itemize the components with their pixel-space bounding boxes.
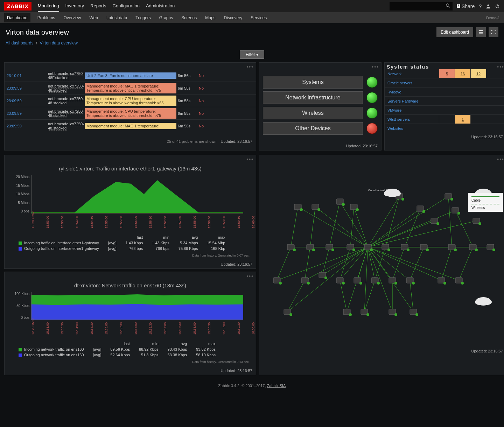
map-node[interactable]: [452, 208, 460, 215]
share-button[interactable]: Z Share: [457, 4, 475, 9]
filter-toggle[interactable]: Filter ▾: [240, 50, 264, 59]
problem-description[interactable]: Management module: MAC 1 temperature:: [85, 123, 176, 129]
problem-host[interactable]: net.brocade.icx7750-48F.stacked: [47, 71, 83, 80]
widget-menu-icon[interactable]: •••: [372, 64, 379, 68]
topnav-monitoring[interactable]: Monitoring: [38, 0, 59, 12]
menu-icon[interactable]: ☰: [476, 27, 486, 37]
topnav-configuration[interactable]: Configuration: [113, 0, 140, 12]
map-node[interactable]: [438, 278, 446, 285]
problem-row[interactable]: 23:09:59 net.brocade.icx7250-48.stacked …: [5, 94, 256, 107]
map-node[interactable]: [312, 204, 320, 211]
map-node[interactable]: [319, 272, 327, 279]
problem-description[interactable]: Unit 2 Fan 3: Fan is not in normal state: [85, 72, 176, 79]
problem-row[interactable]: 23:09:59 net.brocade.icx7250-48.stacked …: [5, 82, 256, 94]
sys-group-link[interactable]: Oracle servers: [387, 81, 413, 85]
status-label[interactable]: Systems: [263, 76, 363, 89]
map-node[interactable]: [401, 244, 410, 251]
breadcrumb-all[interactable]: All dashboards: [6, 41, 33, 46]
problem-row[interactable]: 23:10:01 net.brocade.icx7750-48F.stacked…: [5, 69, 256, 82]
map-node[interactable]: [382, 244, 390, 251]
map-node[interactable]: [287, 244, 296, 251]
sys-group-link[interactable]: WEB servers: [387, 117, 410, 121]
problem-ack[interactable]: No: [199, 124, 209, 128]
chart-canvas[interactable]: 20 Mbps15 Mbps10 Mbps5 Mbps0 bps: [31, 175, 243, 214]
subnav-overview[interactable]: Overview: [62, 13, 82, 22]
map-node[interactable]: [294, 204, 303, 211]
map-node[interactable]: [406, 278, 415, 285]
subnav-problems[interactable]: Problems: [36, 13, 57, 22]
map-node[interactable]: [350, 204, 359, 211]
map-node[interactable]: [448, 244, 457, 251]
widget-menu-icon[interactable]: •••: [246, 273, 254, 277]
map-node[interactable]: [469, 244, 478, 251]
topnav-reports[interactable]: Reports: [90, 0, 106, 12]
status-label[interactable]: Other Devices: [263, 122, 363, 135]
sys-cell[interactable]: 5: [439, 69, 455, 78]
map-node[interactable]: [410, 309, 418, 316]
topnav-inventory[interactable]: Inventory: [65, 0, 84, 12]
widget-menu-icon[interactable]: •••: [497, 156, 504, 160]
map-node[interactable]: [473, 218, 481, 225]
sys-group-link[interactable]: VMware: [387, 108, 401, 112]
widget-menu-icon[interactable]: •••: [246, 156, 254, 160]
map-node[interactable]: [417, 206, 425, 213]
map-node[interactable]: [420, 244, 429, 251]
map-node[interactable]: [389, 309, 397, 316]
subnav-graphs[interactable]: Graphs: [158, 13, 174, 22]
help-icon[interactable]: ?: [479, 4, 482, 9]
map-node[interactable]: [301, 278, 310, 285]
problem-description[interactable]: Management module: CPU temperature: Temp…: [85, 96, 176, 106]
map-node[interactable]: [347, 244, 355, 251]
sys-cell[interactable]: 12: [470, 69, 486, 78]
sys-cell[interactable]: 16: [455, 69, 470, 78]
sys-group-link[interactable]: Websites: [387, 126, 403, 131]
map-node[interactable]: [284, 309, 292, 316]
search-box[interactable]: [390, 2, 453, 10]
edit-dashboard-button[interactable]: Edit dashboard: [436, 27, 473, 37]
subnav-screens[interactable]: Screens: [180, 13, 198, 22]
sys-group-link[interactable]: Network: [387, 72, 401, 76]
map-node[interactable]: [455, 278, 464, 285]
subnav-services[interactable]: Services: [249, 13, 268, 22]
widget-menu-icon[interactable]: •••: [246, 64, 254, 68]
widget-menu-icon[interactable]: •••: [497, 64, 504, 68]
problem-host[interactable]: net.brocade.icx7250-48.stacked: [47, 96, 83, 106]
footer-link[interactable]: Zabbix SIA: [267, 384, 286, 388]
status-label[interactable]: Wireless: [263, 107, 363, 119]
subnav-triggers[interactable]: Triggers: [134, 13, 152, 22]
map-node[interactable]: [307, 244, 315, 251]
map-node[interactable]: [445, 194, 453, 201]
problem-description[interactable]: Management module: MAC 1 temperature: Te…: [85, 83, 176, 93]
subnav-dashboard[interactable]: Dashboard: [4, 13, 30, 22]
problem-host[interactable]: net.brocade.icx7250-48.stacked: [47, 121, 83, 131]
topnav-administration[interactable]: Administration: [146, 0, 175, 12]
sys-group-link[interactable]: Servers Hardware: [387, 99, 419, 103]
problem-host[interactable]: net.brocade.icx7250-48.stacked: [47, 108, 83, 118]
map-node[interactable]: [354, 278, 362, 285]
problem-ack[interactable]: No: [199, 74, 209, 78]
subnav-latest-data[interactable]: Latest data: [105, 13, 128, 22]
map-node[interactable]: [326, 244, 334, 251]
map-node[interactable]: [336, 199, 345, 206]
sys-group-link[interactable]: Ryleevo: [387, 90, 401, 94]
problem-host[interactable]: net.brocade.icx7250-48.stacked: [47, 83, 83, 93]
problem-ack[interactable]: No: [199, 86, 209, 90]
map-node[interactable]: [273, 278, 282, 285]
map-node[interactable]: [389, 278, 397, 285]
problem-row[interactable]: 23:09:59 net.brocade.icx7250-48.stacked …: [5, 107, 256, 119]
fullscreen-icon[interactable]: ⛶: [489, 27, 498, 37]
network-map-canvas[interactable]: Overall Network Diagram Cable Wireless: [259, 161, 504, 347]
subnav-web[interactable]: Web: [88, 13, 99, 22]
user-icon[interactable]: [486, 4, 491, 9]
problem-ack[interactable]: No: [199, 99, 209, 103]
subnav-discovery[interactable]: Discovery: [223, 13, 244, 22]
sys-cell[interactable]: 1: [455, 115, 470, 124]
breadcrumb-current[interactable]: Virton data overview: [40, 41, 78, 46]
map-node[interactable]: [431, 218, 439, 225]
power-icon[interactable]: [495, 4, 500, 9]
problem-description[interactable]: Management module: CPU temperature: Temp…: [85, 108, 176, 119]
chart-canvas[interactable]: 100 Kbps50 Kbps0 bps: [31, 292, 243, 320]
map-node[interactable]: [487, 244, 495, 251]
problem-ack[interactable]: No: [199, 111, 209, 115]
map-node[interactable]: [361, 309, 369, 316]
